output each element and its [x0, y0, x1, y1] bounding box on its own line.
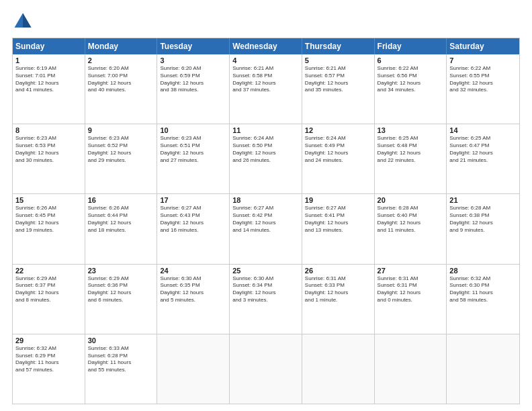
cell-info: Sunrise: 6:33 AMSunset: 6:28 PMDaylight:…	[88, 345, 154, 374]
cell-info: Sunrise: 6:20 AMSunset: 7:00 PMDaylight:…	[88, 65, 154, 94]
cell-info: Sunrise: 6:32 AMSunset: 6:29 PMDaylight:…	[15, 345, 82, 374]
calendar-cell: 4Sunrise: 6:21 AMSunset: 6:58 PMDaylight…	[230, 54, 302, 124]
calendar-cell	[230, 334, 302, 404]
cell-info: Sunrise: 6:27 AMSunset: 6:43 PMDaylight:…	[160, 205, 226, 234]
calendar-cell: 3Sunrise: 6:20 AMSunset: 6:59 PMDaylight…	[157, 54, 230, 124]
calendar-cell: 6Sunrise: 6:22 AMSunset: 6:56 PMDaylight…	[375, 54, 447, 124]
cell-info: Sunrise: 6:32 AMSunset: 6:30 PMDaylight:…	[449, 275, 517, 304]
day-number: 3	[160, 56, 226, 64]
calendar-cell	[447, 334, 519, 404]
calendar-cell: 14Sunrise: 6:25 AMSunset: 6:47 PMDayligh…	[447, 124, 519, 193]
cell-info: Sunrise: 6:23 AMSunset: 6:51 PMDaylight:…	[160, 135, 226, 164]
calendar-cell: 25Sunrise: 6:30 AMSunset: 6:34 PMDayligh…	[230, 265, 302, 334]
day-number: 25	[232, 267, 299, 275]
day-number: 17	[160, 196, 226, 204]
day-number: 30	[88, 336, 154, 345]
day-number: 12	[305, 126, 371, 134]
header-day-friday: Friday	[375, 38, 447, 54]
cell-info: Sunrise: 6:29 AMSunset: 6:36 PMDaylight:…	[88, 275, 154, 304]
calendar-cell: 1Sunrise: 6:19 AMSunset: 7:01 PMDaylight…	[13, 54, 85, 124]
cell-info: Sunrise: 6:26 AMSunset: 6:44 PMDaylight:…	[88, 205, 154, 234]
calendar-cell: 30Sunrise: 6:33 AMSunset: 6:28 PMDayligh…	[85, 334, 158, 404]
cell-info: Sunrise: 6:23 AMSunset: 6:53 PMDaylight:…	[15, 135, 82, 164]
header-day-wednesday: Wednesday	[230, 38, 302, 54]
day-number: 15	[15, 196, 82, 204]
day-number: 10	[160, 126, 226, 134]
day-number: 29	[15, 336, 82, 345]
calendar-cell: 2Sunrise: 6:20 AMSunset: 7:00 PMDaylight…	[85, 54, 158, 124]
cell-info: Sunrise: 6:25 AMSunset: 6:48 PMDaylight:…	[378, 135, 444, 164]
cell-info: Sunrise: 6:30 AMSunset: 6:34 PMDaylight:…	[232, 275, 299, 304]
day-number: 9	[88, 126, 154, 134]
calendar-cell: 7Sunrise: 6:22 AMSunset: 6:55 PMDaylight…	[447, 54, 519, 124]
calendar-cell: 8Sunrise: 6:23 AMSunset: 6:53 PMDaylight…	[13, 124, 85, 193]
day-number: 27	[378, 267, 444, 275]
day-number: 20	[378, 196, 444, 204]
cell-info: Sunrise: 6:27 AMSunset: 6:41 PMDaylight:…	[305, 205, 371, 234]
calendar-cell: 28Sunrise: 6:32 AMSunset: 6:30 PMDayligh…	[447, 265, 519, 334]
day-number: 14	[449, 126, 517, 134]
cell-info: Sunrise: 6:22 AMSunset: 6:56 PMDaylight:…	[378, 65, 444, 94]
calendar-cell: 12Sunrise: 6:24 AMSunset: 6:49 PMDayligh…	[302, 124, 375, 193]
cell-info: Sunrise: 6:29 AMSunset: 6:37 PMDaylight:…	[15, 275, 82, 304]
logo-icon	[12, 11, 34, 32]
cell-info: Sunrise: 6:31 AMSunset: 6:31 PMDaylight:…	[378, 275, 444, 304]
calendar-cell: 17Sunrise: 6:27 AMSunset: 6:43 PMDayligh…	[157, 194, 230, 263]
cell-info: Sunrise: 6:24 AMSunset: 6:50 PMDaylight:…	[232, 135, 299, 164]
header-day-thursday: Thursday	[302, 38, 375, 54]
calendar-cell: 22Sunrise: 6:29 AMSunset: 6:37 PMDayligh…	[13, 265, 85, 334]
cell-info: Sunrise: 6:20 AMSunset: 6:59 PMDaylight:…	[160, 65, 226, 94]
calendar-header: SundayMondayTuesdayWednesdayThursdayFrid…	[13, 38, 519, 54]
cell-info: Sunrise: 6:25 AMSunset: 6:47 PMDaylight:…	[449, 135, 517, 164]
calendar-cell: 24Sunrise: 6:30 AMSunset: 6:35 PMDayligh…	[157, 265, 230, 334]
page: SundayMondayTuesdayWednesdayThursdayFrid…	[0, 0, 532, 411]
header	[12, 11, 520, 32]
calendar-cell: 9Sunrise: 6:23 AMSunset: 6:52 PMDaylight…	[85, 124, 158, 193]
calendar-cell: 29Sunrise: 6:32 AMSunset: 6:29 PMDayligh…	[13, 334, 85, 404]
day-number: 6	[378, 56, 444, 64]
calendar: SundayMondayTuesdayWednesdayThursdayFrid…	[12, 38, 520, 404]
calendar-cell: 13Sunrise: 6:25 AMSunset: 6:48 PMDayligh…	[375, 124, 447, 193]
calendar-row-4: 22Sunrise: 6:29 AMSunset: 6:37 PMDayligh…	[13, 265, 519, 334]
cell-info: Sunrise: 6:26 AMSunset: 6:45 PMDaylight:…	[15, 205, 82, 234]
calendar-cell: 21Sunrise: 6:28 AMSunset: 6:38 PMDayligh…	[447, 194, 519, 263]
cell-info: Sunrise: 6:19 AMSunset: 7:01 PMDaylight:…	[15, 65, 82, 94]
cell-info: Sunrise: 6:21 AMSunset: 6:57 PMDaylight:…	[305, 65, 371, 94]
logo	[12, 11, 36, 32]
day-number: 24	[160, 267, 226, 275]
day-number: 13	[378, 126, 444, 134]
calendar-cell: 20Sunrise: 6:28 AMSunset: 6:40 PMDayligh…	[375, 194, 447, 263]
day-number: 4	[232, 56, 299, 64]
calendar-cell: 11Sunrise: 6:24 AMSunset: 6:50 PMDayligh…	[230, 124, 302, 193]
day-number: 16	[88, 196, 154, 204]
calendar-cell: 18Sunrise: 6:27 AMSunset: 6:42 PMDayligh…	[230, 194, 302, 263]
day-number: 11	[232, 126, 299, 134]
calendar-cell: 19Sunrise: 6:27 AMSunset: 6:41 PMDayligh…	[302, 194, 375, 263]
day-number: 19	[305, 196, 371, 204]
day-number: 26	[305, 267, 371, 275]
cell-info: Sunrise: 6:21 AMSunset: 6:58 PMDaylight:…	[232, 65, 299, 94]
calendar-cell: 27Sunrise: 6:31 AMSunset: 6:31 PMDayligh…	[375, 265, 447, 334]
day-number: 2	[88, 56, 154, 64]
day-number: 21	[449, 196, 517, 204]
calendar-cell: 15Sunrise: 6:26 AMSunset: 6:45 PMDayligh…	[13, 194, 85, 263]
cell-info: Sunrise: 6:23 AMSunset: 6:52 PMDaylight:…	[88, 135, 154, 164]
day-number: 7	[449, 56, 517, 64]
day-number: 5	[305, 56, 371, 64]
calendar-cell: 26Sunrise: 6:31 AMSunset: 6:33 PMDayligh…	[302, 265, 375, 334]
calendar-cell	[302, 334, 375, 404]
calendar-cell: 5Sunrise: 6:21 AMSunset: 6:57 PMDaylight…	[302, 54, 375, 124]
calendar-row-3: 15Sunrise: 6:26 AMSunset: 6:45 PMDayligh…	[13, 194, 519, 264]
cell-info: Sunrise: 6:28 AMSunset: 6:40 PMDaylight:…	[378, 205, 444, 234]
cell-info: Sunrise: 6:27 AMSunset: 6:42 PMDaylight:…	[232, 205, 299, 234]
cell-info: Sunrise: 6:24 AMSunset: 6:49 PMDaylight:…	[305, 135, 371, 164]
header-day-saturday: Saturday	[447, 38, 519, 54]
calendar-cell: 10Sunrise: 6:23 AMSunset: 6:51 PMDayligh…	[157, 124, 230, 193]
header-day-sunday: Sunday	[13, 38, 85, 54]
calendar-cell	[157, 334, 230, 404]
header-day-tuesday: Tuesday	[157, 38, 230, 54]
day-number: 22	[15, 267, 82, 275]
day-number: 18	[232, 196, 299, 204]
calendar-row-5: 29Sunrise: 6:32 AMSunset: 6:29 PMDayligh…	[13, 334, 519, 404]
cell-info: Sunrise: 6:28 AMSunset: 6:38 PMDaylight:…	[449, 205, 517, 234]
